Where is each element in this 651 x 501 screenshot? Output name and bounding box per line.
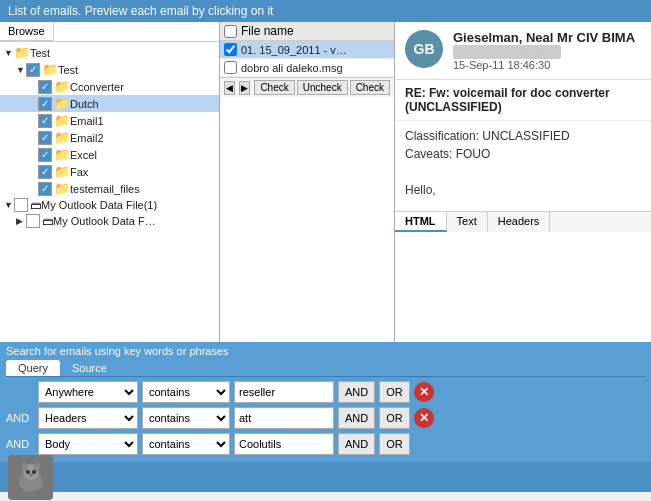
search-remove-button[interactable]: ✕ (414, 382, 434, 402)
tree-label: Fax (70, 166, 88, 178)
browse-tabs: Browse (0, 22, 219, 42)
email-tab-headers[interactable]: Headers (488, 212, 551, 232)
tree-checkbox[interactable]: ✓ (38, 148, 52, 162)
scroll-right-btn[interactable]: ▶ (239, 81, 250, 95)
tree-checkbox[interactable]: ✓ (38, 165, 52, 179)
email-tab-html[interactable]: HTML (395, 212, 447, 232)
uncheck-button[interactable]: Uncheck (297, 80, 348, 95)
expand-arrow: ▼ (4, 48, 14, 58)
search-prefix-label: AND (6, 438, 34, 450)
tree-item-fax[interactable]: ✓📁Fax (0, 163, 219, 180)
tree-item-test-sub[interactable]: ▼✓📁Test (0, 61, 219, 78)
search-value-input[interactable] (234, 381, 334, 403)
folder-icon: 📁 (54, 113, 70, 128)
search-operator-select[interactable]: containsdoes not containstarts withends … (142, 381, 230, 403)
tree-item-dutch[interactable]: ✓📁Dutch (0, 95, 219, 112)
search-and-button[interactable]: AND (338, 407, 375, 429)
folder-icon: 📁 (14, 45, 30, 60)
file-checkbox[interactable] (224, 43, 237, 56)
file-list-select-all[interactable] (224, 25, 237, 38)
email-date: 15-Sep-11 18:46:30 (453, 59, 641, 71)
browse-tab[interactable]: Browse (0, 22, 54, 41)
tree-item-email2[interactable]: ✓📁Email2 (0, 129, 219, 146)
search-and-button[interactable]: AND (338, 433, 375, 455)
tree-item-email1[interactable]: ✓📁Email1 (0, 112, 219, 129)
email-tab-text[interactable]: Text (447, 212, 488, 232)
expand-arrow: ▼ (16, 65, 26, 75)
search-value-input[interactable] (234, 407, 334, 429)
main-container: Browse ▼📁Test▼✓📁Test ✓📁Cconverter ✓📁Dutc… (0, 22, 651, 342)
search-remove-button[interactable]: ✕ (414, 408, 434, 428)
tree-checkbox[interactable]: ✓ (38, 182, 52, 196)
tree-area: ▼📁Test▼✓📁Test ✓📁Cconverter ✓📁Dutch ✓📁Ema… (0, 42, 219, 231)
tree-label: Cconverter (70, 81, 124, 93)
tree-label: Excel (70, 149, 97, 161)
expand-arrow: ▶ (16, 216, 26, 226)
email-body-line: Caveats: FOUO (405, 145, 641, 163)
tree-checkbox[interactable]: ✓ (26, 63, 40, 77)
tree-item-outlook1[interactable]: ▼🗃My Outlook Data File(1) (0, 197, 219, 213)
tree-checkbox[interactable] (26, 214, 40, 228)
search-operator-select[interactable]: containsdoes not containstarts withends … (142, 433, 230, 455)
search-and-button[interactable]: AND (338, 381, 375, 403)
check-button-1[interactable]: Check (254, 80, 294, 95)
tree-label: Email2 (70, 132, 104, 144)
tree-label: My Outlook Data File(1) (41, 199, 157, 211)
search-or-button[interactable]: OR (379, 433, 410, 455)
search-tab-source[interactable]: Source (60, 360, 119, 376)
search-field-select[interactable]: AnywhereSubjectBodyHeadersFromTo (38, 433, 138, 455)
tree-item-test-root[interactable]: ▼📁Test (0, 44, 219, 61)
sender-email: neal.gieselman@l… (453, 45, 641, 59)
search-row-0: AnywhereSubjectBodyHeadersFromTocontains… (6, 381, 645, 403)
expand-arrow: ▼ (4, 200, 14, 210)
tree-label: Email1 (70, 115, 104, 127)
bottom-strip (0, 462, 651, 492)
file-item[interactable]: dobro ali daleko.msg (220, 59, 394, 77)
mascot-icon (11, 457, 51, 497)
tree-item-testemail[interactable]: ✓📁testemail_files (0, 180, 219, 197)
file-list: 01. 15_09_2011 - v…dobro ali daleko.msg (220, 41, 394, 77)
sender-name: Gieselman, Neal Mr CIV BIMA (453, 30, 641, 45)
file-name: 01. 15_09_2011 - v… (241, 44, 381, 56)
tree-label: testemail_files (70, 183, 140, 195)
search-tab-query[interactable]: Query (6, 360, 60, 376)
scroll-left-btn[interactable]: ◀ (224, 81, 235, 95)
search-or-button[interactable]: OR (379, 381, 410, 403)
tree-item-cconverter[interactable]: ✓📁Cconverter (0, 78, 219, 95)
folder-icon: 📁 (54, 130, 70, 145)
file-list-header-label: File name (241, 24, 294, 38)
folder-icon: 📁 (54, 147, 70, 162)
tree-checkbox[interactable]: ✓ (38, 114, 52, 128)
search-value-input[interactable] (234, 433, 334, 455)
avatar: GB (405, 30, 443, 68)
tree-item-excel[interactable]: ✓📁Excel (0, 146, 219, 163)
search-row-1: ANDAnywhereSubjectBodyHeadersFromToconta… (6, 407, 645, 429)
search-field-select[interactable]: AnywhereSubjectBodyHeadersFromTo (38, 407, 138, 429)
mascot-image (8, 455, 53, 500)
left-panel: Browse ▼📁Test▼✓📁Test ✓📁Cconverter ✓📁Dutc… (0, 22, 220, 342)
file-item[interactable]: 01. 15_09_2011 - v… (220, 41, 394, 59)
search-operator-select[interactable]: containsdoes not containstarts withends … (142, 407, 230, 429)
search-rows: AnywhereSubjectBodyHeadersFromTocontains… (6, 381, 645, 455)
tree-checkbox[interactable]: ✓ (38, 131, 52, 145)
search-or-button[interactable]: OR (379, 407, 410, 429)
email-body-line: Hello, (405, 181, 641, 199)
email-tabs: HTMLTextHeaders (395, 211, 651, 232)
tree-item-outlook-sub[interactable]: ▶🗃My Outlook Data F… (0, 213, 219, 229)
search-field-select[interactable]: AnywhereSubjectBodyHeadersFromTo (38, 381, 138, 403)
check-button-2[interactable]: Check (350, 80, 390, 95)
tree-checkbox[interactable]: ✓ (38, 97, 52, 111)
folder-icon: 🗃 (30, 198, 41, 212)
file-checkbox[interactable] (224, 61, 237, 74)
tree-checkbox[interactable] (14, 198, 28, 212)
top-bar-label: List of emails. Preview each email by cl… (8, 4, 273, 18)
search-row-2: ANDAnywhereSubjectBodyHeadersFromToconta… (6, 433, 645, 455)
search-panel: Search for emails using key words or phr… (0, 342, 651, 462)
tree-checkbox[interactable]: ✓ (38, 80, 52, 94)
tree-label: Test (30, 47, 50, 59)
check-buttons: Check Uncheck Check (254, 80, 390, 95)
email-header: GB Gieselman, Neal Mr CIV BIMA neal.gies… (395, 22, 651, 80)
folder-icon: 📁 (54, 164, 70, 179)
tree-label: Dutch (70, 98, 99, 110)
folder-icon: 📁 (54, 79, 70, 94)
